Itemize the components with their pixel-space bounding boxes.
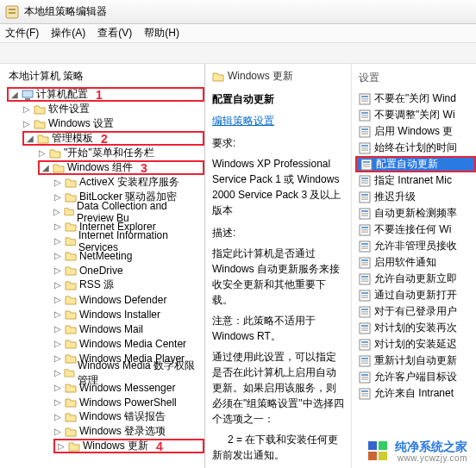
expand-icon[interactable]: ◢ [26, 134, 34, 143]
svg-rect-74 [361, 374, 368, 376]
svg-rect-70 [361, 358, 368, 359]
settings-item[interactable]: 对于有已登录用户 [355, 303, 476, 320]
settings-item[interactable]: 重新计划自动更新 [355, 353, 476, 369]
settings-item[interactable]: 指定 Intranet Mic [355, 172, 476, 189]
tree-node-windows-update[interactable]: ▷ Windows 更新 4 [2, 439, 204, 453]
svg-rect-62 [361, 325, 368, 327]
expand-icon[interactable]: ▷ [53, 265, 62, 275]
tree-node[interactable]: ▷ActiveX 安装程序服务 [2, 175, 204, 190]
folder-icon [65, 265, 77, 277]
tree-node[interactable]: ▷Windows Defender [2, 292, 204, 307]
settings-item[interactable]: 启用软件通知 [355, 254, 476, 271]
expand-icon[interactable]: ▷ [53, 353, 62, 363]
expand-icon[interactable]: ▷ [53, 251, 62, 260]
settings-item[interactable]: 允许非管理员接收 [355, 238, 476, 254]
settings-item[interactable]: 自动更新检测频率 [355, 205, 476, 222]
tree-node[interactable]: ▷Windows 设置 [2, 116, 204, 131]
expand-icon[interactable]: ◢ [41, 163, 50, 172]
tree-node[interactable]: ▷Internet Information Services [2, 234, 204, 248]
settings-item[interactable]: 推迟升级 [355, 189, 476, 205]
settings-item[interactable]: 不要在"关闭 Wind [355, 90, 476, 107]
expand-icon[interactable]: ▷ [57, 441, 66, 451]
tree-node[interactable]: ▷RSS 源 [2, 278, 204, 292]
tree-node[interactable]: ▷Windows Media 数字权限管理 [2, 365, 204, 380]
expand-icon[interactable]: ▷ [53, 412, 62, 421]
menu-action[interactable]: 操作(A) [51, 26, 85, 41]
title-bar: 本地组策略编辑器 [0, 0, 476, 24]
menu-help[interactable]: 帮助(H) [144, 26, 179, 41]
tree-node[interactable]: ▷Windows Messenger [2, 380, 204, 395]
tree-node[interactable]: ▷Windows Installer [2, 307, 204, 321]
tree-node[interactable]: ▷Windows Media Center [2, 336, 204, 351]
expand-icon[interactable]: ▷ [53, 324, 62, 334]
expand-icon[interactable]: ▷ [53, 368, 61, 378]
svg-rect-8 [361, 100, 368, 102]
svg-rect-82 [379, 441, 387, 450]
menu-bar: 文件(F) 操作(A) 查看(V) 帮助(H) [0, 24, 476, 43]
svg-rect-50 [361, 276, 368, 278]
settings-item[interactable]: 对计划的安装延迟 [355, 336, 476, 353]
expand-icon[interactable]: ▷ [53, 295, 62, 304]
settings-item[interactable]: 启用 Windows 更 [355, 123, 476, 140]
settings-item[interactable]: 允许来自 Intranet [355, 385, 476, 402]
expand-icon[interactable]: ◢ [10, 90, 19, 99]
settings-item[interactable]: 通过自动更新打开 [355, 287, 476, 303]
expand-icon[interactable]: ▷ [53, 192, 62, 202]
tree-node-admin-templates[interactable]: ◢ 管理模板 2 [2, 131, 204, 146]
settings-item[interactable]: 始终在计划的时间 [355, 140, 476, 156]
settings-item[interactable]: 允许客户端目标设 [355, 369, 476, 385]
expand-icon[interactable]: ▷ [53, 236, 62, 246]
svg-rect-23 [363, 164, 370, 165]
setting-icon [359, 355, 371, 367]
svg-rect-47 [361, 262, 368, 264]
tree-node[interactable]: ▷Windows 错误报告 [2, 409, 204, 424]
svg-rect-26 [361, 178, 368, 179]
svg-rect-60 [361, 313, 368, 315]
tree-node[interactable]: ▷OneDrive [2, 263, 204, 278]
svg-rect-44 [361, 247, 368, 249]
svg-rect-52 [361, 280, 368, 282]
expand-icon[interactable]: ▷ [53, 309, 62, 319]
expand-icon[interactable]: ▷ [53, 178, 62, 187]
expand-icon[interactable]: ▷ [53, 397, 62, 407]
expand-icon[interactable]: ▷ [22, 119, 31, 128]
setting-title: 配置自动更新 [212, 92, 344, 107]
tree-node[interactable]: ▷Windows PowerShell [2, 395, 204, 409]
settings-item[interactable]: 5配置自动更新 [355, 156, 476, 172]
tree-node[interactable]: ▷Windows Mail [2, 321, 204, 336]
folder-icon [65, 323, 77, 335]
svg-rect-20 [361, 149, 368, 151]
expand-icon[interactable]: ▷ [53, 383, 62, 392]
tree-children: ▷ActiveX 安装程序服务▷BitLocker 驱动器加密▷Data Col… [2, 175, 204, 439]
folder-icon [68, 440, 80, 452]
svg-rect-14 [361, 128, 368, 130]
expand-icon[interactable]: ▷ [53, 222, 62, 231]
content-area: 本地计算机 策略 ◢ 计算机配置 1 ▷软件设置 ▷Windows 设置 ◢ 管… [0, 64, 476, 468]
tree-node-windows-components[interactable]: ◢ Windows 组件 3 [2, 160, 204, 175]
tree-node-computer-config[interactable]: ◢ 计算机配置 1 [2, 87, 204, 102]
tree-node[interactable]: ▷"开始"菜单和任务栏 [2, 146, 204, 160]
expand-icon[interactable]: ▷ [38, 148, 47, 158]
tree-node[interactable]: ▷Windows 登录选项 [2, 424, 204, 439]
settings-item[interactable]: 对计划的安装再次 [355, 320, 476, 336]
settings-item[interactable]: 不要连接任何 Wi [355, 222, 476, 238]
expand-icon[interactable]: ▷ [53, 339, 62, 348]
setting-icon [359, 142, 371, 154]
expand-icon[interactable]: ▷ [53, 427, 62, 436]
edit-policy-link[interactable]: 编辑策略设置 [212, 115, 274, 127]
expand-icon[interactable]: ▷ [22, 104, 31, 114]
expand-icon[interactable]: ▷ [53, 207, 61, 216]
tree-node[interactable]: ▷软件设置 [2, 102, 204, 116]
menu-file[interactable]: 文件(F) [5, 26, 39, 41]
svg-rect-27 [361, 180, 368, 182]
setting-icon [359, 126, 371, 138]
settings-item[interactable]: 允许自动更新立即 [355, 271, 476, 287]
tree-node[interactable]: ▷Data Collection and Preview Bu [2, 204, 204, 219]
menu-view[interactable]: 查看(V) [97, 26, 132, 41]
svg-rect-79 [361, 393, 368, 395]
expand-icon[interactable]: ▷ [53, 280, 62, 290]
folder-icon [65, 177, 77, 189]
settings-item[interactable]: 不要调整"关闭 Wi [355, 107, 476, 123]
svg-rect-75 [361, 377, 368, 378]
app-icon [5, 5, 19, 19]
